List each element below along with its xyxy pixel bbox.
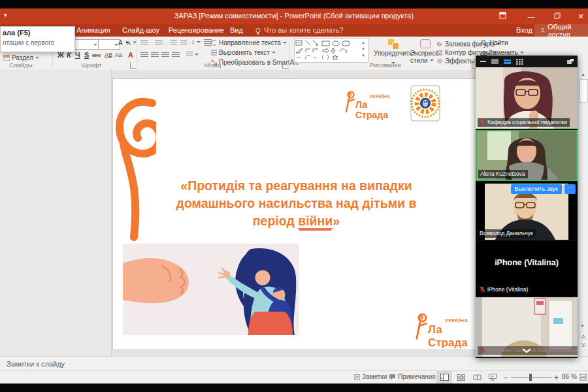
find-button[interactable]: Найти (481, 39, 508, 46)
align-right-button[interactable] (161, 52, 169, 58)
tooltip-body: нтации с первого (3, 39, 54, 46)
justify-button[interactable] (172, 52, 180, 58)
slide-title[interactable]: «Протидія та реагування на випадки домаш… (131, 177, 461, 230)
tab-animation[interactable]: Анимация (76, 26, 110, 34)
shapes-scroll-buttons[interactable]: ▲▼▼ (360, 39, 367, 59)
strikethrough-button[interactable]: abc (92, 52, 101, 58)
tab-slideshow[interactable]: Слайд-шоу (122, 26, 159, 34)
group-label-paragraph: Абзац (193, 61, 232, 69)
char-spacing-button[interactable]: АВ (105, 52, 112, 58)
slide-sorter-icon (457, 374, 465, 381)
la-strada-figure-icon (344, 91, 355, 113)
close-button[interactable]: ✕ (572, 11, 588, 22)
font-dialog-launcher[interactable] (130, 62, 137, 69)
text-direction-button[interactable]: Направление текста (211, 39, 287, 46)
line-spacing-button[interactable]: ↕ (191, 39, 201, 45)
slide-sorter-view-button[interactable] (453, 371, 469, 384)
shadow-button[interactable]: S (84, 51, 89, 59)
share-button[interactable]: Общий доступ (534, 24, 588, 37)
shape-effects-icon (436, 58, 443, 64)
comment-icon (389, 374, 396, 380)
tab-view[interactable]: Вид (230, 26, 243, 34)
participant-name: iPhone (Vitalina) (487, 286, 528, 293)
restore-button[interactable] (549, 11, 566, 22)
signin-link[interactable]: Вход (516, 26, 532, 34)
participant-tile-5[interactable]: Сергеєва Світлана Володимирівна (476, 297, 578, 357)
shape-fill-icon (436, 41, 443, 47)
participant-tile-3[interactable]: Выключить звук ... Всеволод Данильчук (476, 182, 578, 240)
participant-tile-1[interactable]: Кафедра соціальної педагогіки (476, 67, 578, 129)
meeting-panel: Кафедра соціальної педагогіки Alena Kuzn… (476, 56, 578, 358)
change-case-button[interactable]: Аа (115, 52, 122, 58)
align-text-button[interactable]: Выровнять текст (211, 49, 276, 56)
previous-slide-button[interactable] (580, 331, 587, 338)
speaker-view-icon[interactable] (491, 59, 498, 64)
group-label-drawing: Рисование (363, 61, 408, 69)
zoom-slider-thumb[interactable] (529, 374, 532, 381)
comments-toggle[interactable]: Примечания (389, 373, 436, 380)
gallery-view-icon[interactable] (504, 59, 511, 64)
vertical-scrollbar[interactable]: ▲ ▼ (578, 70, 588, 356)
tellme-box[interactable]: Что вы хотите сделать? (264, 26, 344, 34)
columns-dropdown[interactable] (186, 52, 199, 57)
participant-tile-2[interactable]: Alena Kuznetsova (476, 130, 578, 181)
participant-label: Кафедра соціальної педагогіки (478, 118, 570, 127)
ribbon-display-options-icon[interactable] (494, 11, 511, 22)
spellcheck-underlined-word: війни (298, 214, 333, 229)
section-icon (3, 55, 10, 61)
numbering-button[interactable] (155, 40, 163, 46)
increase-indent-button[interactable] (180, 40, 187, 46)
participant-tile-4[interactable]: iPhone (Vitalina) iPhone (Vitalina) (476, 241, 578, 296)
normal-view-button[interactable] (436, 371, 452, 384)
fit-to-window-button[interactable] (578, 371, 588, 384)
slide-title-line2: домашнього насильства над дітьми в (131, 195, 461, 212)
underline-button[interactable]: Ч (75, 51, 80, 59)
arrange-icon (388, 39, 399, 48)
popout-layout-icon[interactable] (566, 58, 574, 65)
grid-view-icon[interactable] (516, 59, 523, 65)
shrink-font-button[interactable]: А▼ (127, 40, 137, 46)
participant-name: Alena Kuznetsova (480, 171, 525, 177)
section-button[interactable]: Раздел (3, 54, 39, 61)
bullets-button[interactable] (140, 40, 148, 46)
zoom-level[interactable]: 86 % (562, 373, 577, 380)
muted-mic-icon (480, 119, 485, 125)
slideshow-icon (489, 374, 497, 381)
collapse-panel-chevron-icon[interactable] (519, 345, 534, 357)
tab-review[interactable]: Рецензирование (169, 26, 224, 34)
font-size-combobox[interactable] (98, 39, 120, 50)
la-strada-figure-icon (414, 313, 428, 340)
meeting-panel-toolbar (476, 56, 578, 67)
more-options-button[interactable]: ... (564, 184, 576, 194)
paragraph-dialog-launcher[interactable] (282, 62, 289, 69)
slide[interactable]: УКРАЇНА Ла Страда «Протидія та реагуванн… (112, 78, 480, 350)
notes-toggle[interactable]: Заметки (354, 373, 387, 380)
zoom-in-button[interactable]: + (554, 373, 559, 382)
notes-pane-label: Заметки к слайду (7, 360, 65, 368)
mute-participant-button[interactable]: Выключить звук (511, 184, 563, 194)
scroll-up-icon[interactable]: ▲ (581, 72, 585, 76)
next-slide-button[interactable] (580, 339, 587, 346)
font-color-button[interactable]: А (128, 51, 133, 59)
slide-thumbnail-pane[interactable] (0, 70, 112, 356)
decrease-indent-button[interactable] (171, 40, 177, 46)
university-emblem (410, 84, 441, 122)
align-left-button[interactable] (140, 52, 148, 58)
muted-mic-icon (480, 286, 485, 293)
zoom-out-button[interactable]: − (503, 373, 508, 382)
slideshow-view-button[interactable] (485, 371, 500, 384)
align-center-button[interactable] (151, 52, 159, 58)
tooltip-from-beginning: ала (F5) нтации с первого (0, 26, 75, 52)
scrollbar-thumb[interactable] (580, 79, 588, 103)
notes-pane[interactable]: Заметки к слайду (0, 356, 588, 370)
normal-view-icon (440, 374, 449, 381)
reading-view-button[interactable] (469, 371, 485, 384)
minimize-button[interactable]: — (523, 11, 540, 22)
text-direction-icon (211, 40, 217, 46)
screen: { "window": { "title": "ЗАРАЗ [Режим сов… (0, 0, 588, 392)
shapes-gallery[interactable]: ▲▼▼ (294, 38, 368, 63)
participant-label: iPhone (Vitalina) (478, 286, 531, 294)
scroll-down-icon[interactable]: ▼ (580, 323, 587, 330)
minimize-panel-icon[interactable] (480, 61, 486, 62)
letterbox-top (0, 0, 588, 8)
